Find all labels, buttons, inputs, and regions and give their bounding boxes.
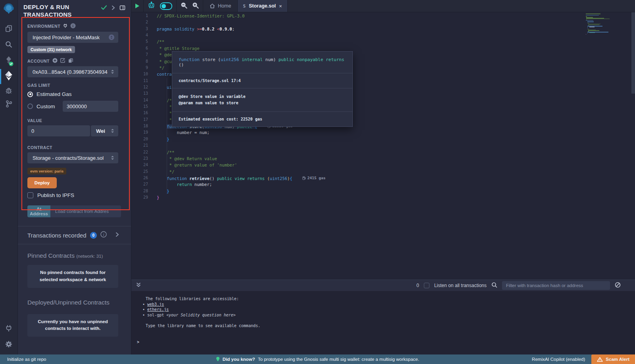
evm-version-badge: evm version: paris	[27, 168, 66, 174]
contract-label: CONTRACT	[27, 145, 118, 150]
icon-rail	[0, 0, 18, 354]
environment-label-row: ENVIRONMENT i	[27, 23, 118, 29]
lightbulb-icon	[216, 356, 220, 362]
account-label-row: ACCOUNT	[27, 58, 118, 64]
at-address-row: At Address	[27, 205, 118, 217]
pinned-empty-message: No pinned contracts found for selected w…	[27, 265, 118, 288]
code-editor: 1234567891011121314151617181920212223242…	[131, 12, 635, 280]
editor-gutter: 1234567891011121314151617181920212223242…	[131, 13, 148, 201]
account-select[interactable]: 0xA03...85ac4 (0.398673504934	[27, 66, 118, 77]
transactions-info-icon[interactable]: i	[100, 231, 107, 239]
git-init-status-item[interactable]: Initialize as git repo	[0, 357, 46, 362]
svg-text:i: i	[73, 24, 74, 28]
publish-ipfs-checkbox[interactable]	[27, 192, 33, 198]
home-icon	[210, 3, 215, 9]
file-explorer-icon[interactable]	[0, 25, 17, 33]
at-address-button[interactable]: At Address	[27, 205, 50, 217]
deploy-button[interactable]: Deploy	[27, 177, 57, 188]
add-account-icon[interactable]	[52, 58, 58, 64]
panel-forward-icon[interactable]	[112, 5, 115, 12]
copilot-toggle[interactable]	[160, 2, 172, 10]
listen-all-checkbox[interactable]	[424, 283, 429, 288]
copilot-status[interactable]: RemixAI Copilot (enabled)	[532, 357, 586, 362]
panel-title: Deploy & run transactions	[23, 3, 88, 18]
value-label: VALUE	[27, 118, 118, 123]
clear-console-icon[interactable]	[615, 282, 621, 289]
tab-home[interactable]: Home	[203, 0, 237, 12]
zoom-out-icon[interactable]	[181, 2, 187, 10]
gas-limit-label: GAS LIMIT	[27, 83, 118, 88]
select-stepper-icon	[111, 128, 114, 133]
transactions-recorded-row[interactable]: Transactions recorded 0 i	[18, 226, 131, 244]
select-stepper-icon	[111, 155, 114, 160]
contract-select[interactable]: Storage - contracts/Storage.sol	[27, 152, 118, 163]
deploy-run-icon[interactable]	[0, 71, 17, 81]
terminal-filter-input[interactable]	[502, 281, 610, 290]
copy-account-icon[interactable]	[68, 58, 73, 64]
plug-icon[interactable]	[63, 23, 67, 29]
terminal-toolbar: 0 Listen on all transactions	[131, 280, 635, 291]
pin-panel-icon[interactable]	[119, 5, 125, 12]
sign-message-icon[interactable]	[60, 58, 65, 64]
side-panel-deploy-run: Deploy & run transactions ENVIRONMENT i …	[18, 0, 131, 354]
tab-close-icon[interactable]: ×	[279, 3, 282, 9]
gas-custom-radio[interactable]	[27, 103, 33, 109]
ai-copilot-group	[144, 0, 177, 12]
solidity-file-icon: S	[243, 4, 246, 9]
run-script-group	[131, 0, 144, 12]
gas-custom-option[interactable]: Custom	[27, 101, 118, 112]
terminal-expand-icon[interactable]	[136, 282, 141, 289]
solidity-compiler-icon[interactable]	[0, 56, 17, 67]
remix-ide-window: Deploy & run transactions ENVIRONMENT i …	[0, 0, 635, 364]
tooltip-path: contracts/Storage.sol 17:4	[172, 73, 352, 88]
svg-text:i: i	[103, 233, 104, 237]
remix-logo[interactable]	[0, 2, 17, 15]
environment-label: ENVIRONMENT	[27, 24, 60, 29]
deployed-contracts-header: Deployed/Unpinned Contracts	[27, 299, 118, 306]
terminal-tx-count: 0	[416, 283, 419, 288]
run-script-icon[interactable]	[135, 4, 139, 8]
environment-value: Injected Provider - MetaMask	[33, 34, 109, 40]
publish-ipfs-row[interactable]: Publish to IPFS	[27, 192, 118, 198]
value-input[interactable]	[27, 125, 90, 136]
account-label: ACCOUNT	[27, 59, 50, 63]
gas-custom-input[interactable]	[63, 101, 118, 112]
editor-column: Home S Storage.sol × 1234567891011121314…	[131, 0, 635, 354]
terminal[interactable]: The following libraries are accessible:•…	[131, 291, 635, 354]
tab-storage-sol[interactable]: S Storage.sol ×	[237, 0, 287, 12]
terminal-prompt[interactable]: >	[137, 340, 635, 344]
listen-all-label: Listen on all transactions	[434, 283, 487, 288]
environment-info-icon[interactable]: i	[70, 23, 76, 29]
environment-select[interactable]: Injected Provider - MetaMask	[27, 32, 118, 43]
pinned-contracts-header: Pinned Contracts (network: 31)	[27, 252, 118, 259]
transactions-expand-icon[interactable]	[115, 232, 119, 239]
tooltip-signature: function store (uint256 internal num) pu…	[172, 52, 352, 73]
terminal-output: The following libraries are accessible:•…	[142, 296, 635, 328]
value-unit-select[interactable]: Wei	[91, 125, 118, 136]
transactions-label: Transactions recorded	[27, 232, 87, 239]
search-icon[interactable]	[0, 40, 17, 48]
warning-icon	[597, 357, 603, 362]
main-area: Deploy & run transactions ENVIRONMENT i …	[0, 0, 635, 354]
debugger-icon[interactable]	[0, 86, 17, 94]
zoom-in-icon[interactable]	[192, 2, 199, 10]
transactions-count-badge: 0	[90, 232, 97, 239]
status-bar: Initialize as git repo Did you know? To …	[0, 354, 635, 364]
network-badge: Custom (31) network	[27, 46, 75, 53]
scam-alert-button[interactable]: Scam Alert	[591, 354, 635, 364]
tooltip-docs: @dev Store value in variable @param num …	[172, 88, 352, 111]
deploy-form: ENVIRONMENT i Injected Provider - MetaMa…	[18, 19, 131, 217]
at-address-input[interactable]	[50, 205, 121, 217]
gas-estimated-radio[interactable]	[27, 92, 33, 97]
remix-ai-robot-icon[interactable]	[148, 2, 155, 11]
git-icon[interactable]	[0, 100, 17, 108]
editor-tabbar: Home S Storage.sol ×	[131, 0, 635, 12]
terminal-search-icon[interactable]	[491, 282, 497, 289]
editor-scrollbar[interactable]	[631, 12, 635, 94]
account-value: 0xA03...85ac4 (0.398673504934	[33, 69, 111, 75]
tooltip-gas-cost: Estimated execution cost: 22520 gas	[172, 111, 352, 126]
gas-estimated-option[interactable]: Estimated Gas	[27, 91, 118, 97]
settings-gear-icon[interactable]	[0, 340, 17, 348]
plugin-manager-icon[interactable]	[0, 324, 17, 332]
editor-minimap[interactable]	[586, 13, 611, 34]
